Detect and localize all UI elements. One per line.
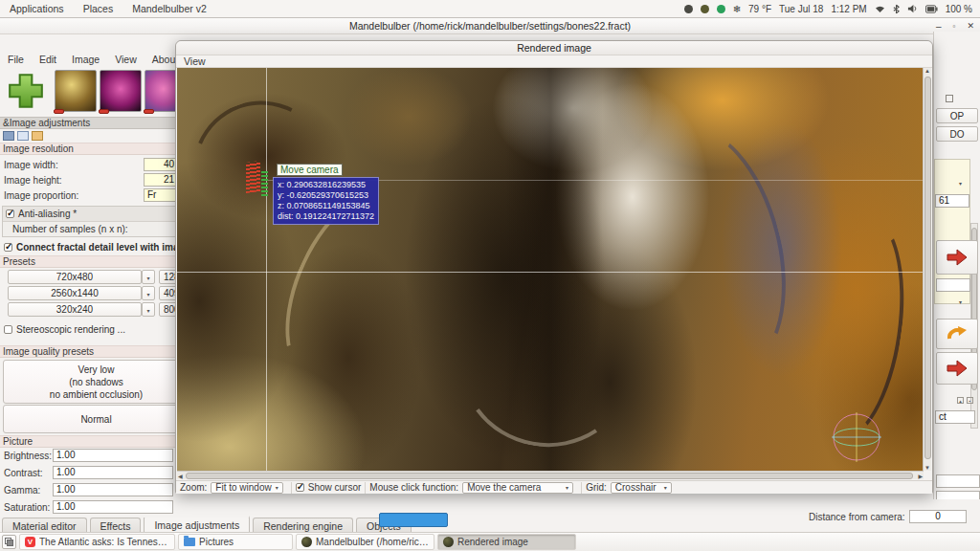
viewport-horizontal-scrollbar[interactable]: ◀ ▶	[177, 471, 924, 479]
vertical-scroll-thumb[interactable]	[924, 77, 931, 459]
image-width-label: Image width:	[4, 160, 58, 170]
checkbox-unchecked-icon[interactable]	[4, 325, 12, 334]
zoom-select[interactable]: Fit to window ▾	[211, 482, 282, 494]
navigation-gizmo	[828, 408, 885, 466]
detach-icon[interactable]	[946, 95, 953, 102]
value-field-fragment[interactable]: 61	[935, 194, 969, 208]
dialog-titlebar[interactable]: Rendered image	[176, 41, 932, 55]
reset-icon[interactable]	[32, 131, 43, 141]
taskbar-item-pictures[interactable]: Pictures	[178, 534, 293, 550]
input-fragment-3[interactable]	[936, 491, 980, 499]
red-arrow-icon	[947, 250, 967, 265]
stop-button-fragment[interactable]: OP	[936, 108, 978, 123]
brightness-input[interactable]: 1.00	[53, 449, 173, 462]
menu-file[interactable]: File	[0, 54, 32, 67]
grid-value: Crosshair	[615, 482, 657, 493]
undo-button-fragment[interactable]: DO	[936, 126, 978, 142]
chevron-down-icon[interactable]: ▾	[959, 177, 962, 187]
menu-view[interactable]: View	[107, 54, 145, 67]
show-cursor-checkbox[interactable]: Show cursor	[296, 482, 362, 493]
volume-icon[interactable]	[907, 4, 918, 13]
system-tray: ❄ 79 °F Tue Jul 18 1:12 PM 100 %	[684, 4, 980, 14]
stereoscopic-row[interactable]: Stereoscopic rendering ...	[4, 324, 125, 335]
saturation-input[interactable]: 1.00	[53, 500, 173, 514]
checkbox-checked-icon[interactable]	[4, 243, 12, 252]
image-width-input[interactable]: 40	[144, 158, 178, 171]
applications-menu[interactable]: Applications	[0, 3, 74, 14]
wifi-icon[interactable]	[875, 5, 885, 13]
scroll-down-icon[interactable]: ▼	[924, 465, 930, 471]
quality-very-low-button[interactable]: Very low (no shadows no ambient occlusio…	[3, 360, 189, 404]
preset-720x480-button[interactable]: 720x480	[8, 270, 142, 284]
red-arrow-icon	[947, 361, 967, 376]
dialog-menu-view[interactable]: View	[184, 55, 206, 67]
remove-thumbnail-icon[interactable]	[99, 109, 109, 114]
remove-thumbnail-icon[interactable]	[54, 109, 64, 114]
contrast-input[interactable]: 1.00	[53, 466, 173, 479]
horizontal-scroll-thumb[interactable]	[186, 473, 913, 479]
checkbox-checked-icon[interactable]	[296, 483, 304, 492]
scroll-up-icon[interactable]: ▲	[924, 68, 930, 74]
add-fractal-button[interactable]	[6, 71, 46, 111]
places-menu[interactable]: Places	[74, 3, 123, 14]
tray-app-icon-2[interactable]	[701, 5, 709, 13]
tray-app-icon-1[interactable]	[684, 5, 693, 13]
chevron-down-icon[interactable]: ▾	[959, 296, 962, 306]
menu-image[interactable]: Image	[64, 54, 107, 67]
gamma-input[interactable]: 1.00	[53, 483, 173, 496]
apply-arrow-button-2[interactable]	[936, 352, 978, 385]
text-field-fragment[interactable]: ct	[935, 410, 975, 424]
viewport-vertical-scrollbar[interactable]: ▲ ▼	[923, 68, 931, 471]
battery-icon[interactable]	[925, 5, 938, 13]
camera-target-marker-green	[261, 169, 268, 196]
clock-time[interactable]: 1:12 PM	[831, 4, 866, 14]
input-fragment-2[interactable]	[936, 474, 980, 488]
distance-from-camera-value[interactable]: 0	[909, 510, 967, 523]
connect-detail-label: Connect fractal detail level with image …	[16, 242, 196, 253]
coord-dist: dist: 0.191224172711372	[278, 211, 374, 222]
render-viewport[interactable]: Move camera x: 0.290632816239535 y: -0.6…	[177, 68, 924, 471]
image-proportion-select[interactable]: Fr	[144, 188, 178, 202]
weather-temp[interactable]: 79 °F	[748, 4, 771, 14]
scroll-left-icon[interactable]: ◀	[178, 473, 183, 479]
connect-detail-row[interactable]: Connect fractal detail level with image …	[4, 242, 196, 253]
corner-icon[interactable]: ▪	[967, 397, 973, 404]
checkbox-checked-icon[interactable]	[6, 209, 14, 218]
taskbar-item-browser[interactable]: V The Atlantic asks: Is Tennessee a d...	[19, 534, 175, 550]
main-window-titlebar[interactable]: Mandelbulber (/home/rick/mandelbulber/se…	[0, 18, 980, 34]
quality-very-low-line3: no ambient occlusion)	[4, 388, 189, 401]
fractal-thumbnail-2[interactable]	[100, 70, 142, 112]
tray-app-icon-3[interactable]	[717, 5, 725, 13]
workspace-switcher-icon[interactable]	[2, 535, 16, 549]
active-app-menu[interactable]: Mandelbulber v2	[122, 3, 216, 14]
taskbar-item-rendered-image[interactable]: Rendered image	[437, 534, 576, 550]
zoom-value: Fit to window	[215, 482, 271, 493]
quality-normal-button[interactable]: Normal	[3, 405, 189, 433]
refresh-arrow-button[interactable]	[936, 319, 978, 349]
scroll-right-icon[interactable]: ▶	[918, 473, 923, 479]
weather-icon[interactable]: ❄	[733, 4, 741, 14]
preset-320x240-button[interactable]: 320x240	[8, 302, 142, 317]
bluetooth-icon[interactable]	[893, 4, 900, 14]
mouse-function-select[interactable]: Move the camera ▾	[462, 482, 573, 494]
menu-edit[interactable]: Edit	[32, 54, 64, 67]
preset-dropdown-2[interactable]: ▾	[142, 286, 155, 300]
preset-2560x1440-button[interactable]: 2560x1440	[8, 286, 142, 300]
taskbar-item-mandelbulber[interactable]: Mandelbulber (/home/rick/mande..	[296, 534, 434, 550]
image-proportion-label: Image proportion:	[4, 190, 78, 201]
remove-thumbnail-icon[interactable]	[144, 109, 154, 114]
image-height-input[interactable]: 21	[144, 173, 178, 187]
grid-select[interactable]: Crosshair ▾	[611, 482, 672, 494]
partial-blue-button[interactable]	[379, 513, 448, 527]
apply-arrow-button-1[interactable]	[936, 240, 978, 275]
preset-dropdown-1[interactable]: ▾	[142, 270, 155, 284]
right-panel-fragment: OP DO ▾ 61 ▾ ▴ ▪ ct	[933, 32, 980, 499]
preset-dropdown-3[interactable]: ▾	[142, 302, 155, 317]
chevron-down-icon: ▾	[146, 276, 149, 281]
input-fragment-1[interactable]	[936, 278, 970, 292]
save-icon[interactable]	[17, 131, 29, 141]
fractal-thumbnail-1[interactable]	[55, 70, 97, 112]
open-icon[interactable]	[3, 131, 14, 141]
corner-icon[interactable]: ▴	[957, 397, 964, 404]
clock-date[interactable]: Tue Jul 18	[779, 4, 823, 14]
